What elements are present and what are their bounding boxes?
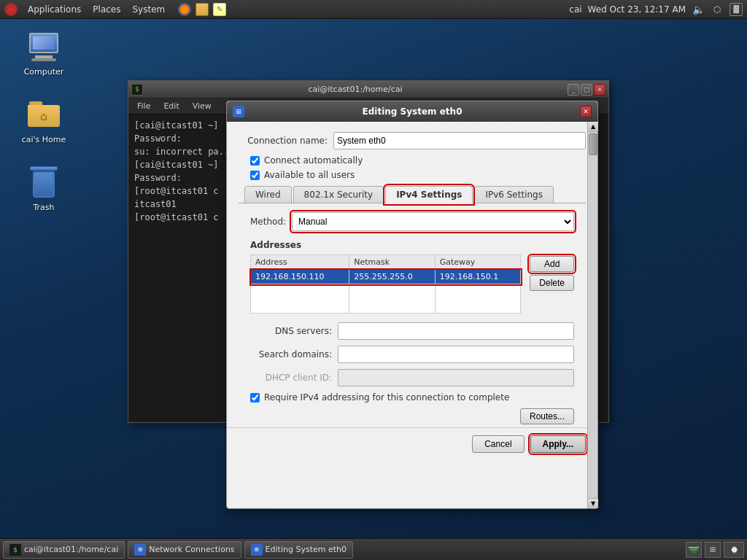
empty-td-1 bbox=[251, 284, 349, 314]
menu-places[interactable]: Places bbox=[87, 0, 126, 19]
dhcp-clientid-label: DHCP client ID: bbox=[250, 373, 338, 383]
col-gateway: Gateway bbox=[435, 255, 521, 270]
taskbar-right: ⊞ ⌚ bbox=[686, 542, 744, 558]
terminal-titlebar: $ cai@itcast01:/home/cai _ □ ✕ bbox=[128, 81, 608, 98]
terminal-controls: _ □ ✕ bbox=[568, 84, 605, 96]
dialog-close-button[interactable]: ✕ bbox=[580, 106, 592, 117]
terminal-file-menu[interactable]: File bbox=[131, 100, 156, 112]
address-row-1[interactable]: 192.168.150.110 255.255.255.0 192.168.15… bbox=[251, 270, 521, 284]
dialog-content: Connection name: Connect automatically A… bbox=[227, 122, 597, 427]
addresses-section: Addresses Address Netmask Gateway bbox=[250, 240, 574, 314]
trash-label: Trash bbox=[33, 203, 54, 212]
editing-dialog: ⊞ Editing System eth0 ✕ ▲ ▼ Connection n… bbox=[226, 101, 598, 509]
available-users-checkbox[interactable] bbox=[250, 171, 260, 180]
gnome-icon bbox=[4, 3, 18, 16]
addresses-buttons: Add Delete bbox=[530, 254, 574, 291]
search-domains-input[interactable] bbox=[338, 346, 574, 363]
dialog-scrollbar[interactable]: ▲ ▼ bbox=[587, 122, 597, 508]
tab-wired[interactable]: Wired bbox=[244, 186, 292, 203]
terminal-close-btn[interactable]: ✕ bbox=[594, 84, 605, 96]
home-label: cai's Home bbox=[22, 135, 66, 144]
tab-ipv6[interactable]: IPv6 Settings bbox=[474, 186, 554, 203]
search-domains-label: Search domains: bbox=[250, 349, 338, 359]
trash-icon-img bbox=[26, 165, 61, 200]
menu-applications[interactable]: Applications bbox=[22, 0, 87, 19]
bluetooth-icon[interactable]: ⬡ bbox=[711, 3, 724, 16]
firefox-icon[interactable] bbox=[178, 3, 191, 16]
menu-system[interactable]: System bbox=[126, 0, 171, 19]
addresses-table-section: Address Netmask Gateway 192.168.150.110 … bbox=[250, 254, 521, 314]
taskbar-extra-icon: ⊞ bbox=[705, 542, 721, 558]
addresses-header: Address Netmask Gateway bbox=[251, 255, 521, 270]
connection-name-label: Connection name: bbox=[239, 136, 333, 146]
available-users-row: Available to all users bbox=[239, 170, 586, 180]
terminal-maximize-btn[interactable]: □ bbox=[581, 84, 592, 96]
connect-auto-checkbox[interactable] bbox=[250, 156, 260, 166]
empty-td-2 bbox=[349, 284, 436, 314]
menu-system-label: System bbox=[132, 4, 165, 15]
apply-button[interactable]: Apply... bbox=[530, 435, 586, 453]
dns-servers-label: DNS servers: bbox=[250, 326, 338, 336]
dialog-icon: ⊞ bbox=[233, 106, 244, 117]
taskbar-network-label: Network Connections bbox=[149, 545, 234, 554]
ipv4-tab-content: Method: Manual Automatic (DHCP) Link-Loc… bbox=[239, 203, 586, 417]
texteditor-icon[interactable]: ✎ bbox=[213, 3, 226, 16]
address-empty-row bbox=[251, 284, 521, 314]
dhcp-clientid-input bbox=[338, 369, 574, 386]
connect-auto-row: Connect automatically bbox=[239, 155, 586, 166]
datetime-label: Wed Oct 23, 12:17 AM bbox=[588, 4, 686, 15]
trash-icon[interactable]: Trash bbox=[15, 162, 73, 215]
search-domains-row: Search domains: bbox=[250, 346, 574, 363]
connect-auto-label: Connect automatically bbox=[264, 155, 363, 166]
method-label: Method: bbox=[250, 217, 286, 227]
terminal-title-icon: $ bbox=[131, 84, 143, 96]
cancel-button[interactable]: Cancel bbox=[472, 435, 524, 453]
addresses-area: Address Netmask Gateway 192.168.150.110 … bbox=[250, 254, 574, 314]
dns-servers-input[interactable] bbox=[338, 322, 574, 340]
col-netmask: Netmask bbox=[349, 255, 436, 270]
computer-label: Computer bbox=[24, 67, 64, 77]
terminal-minimize-btn[interactable]: _ bbox=[568, 84, 579, 96]
taskbar-item-editing[interactable]: ⊞ Editing System eth0 bbox=[244, 541, 353, 559]
top-menu: Applications Places System bbox=[22, 0, 171, 19]
terminal-view-menu[interactable]: View bbox=[187, 100, 217, 112]
scroll-up-btn[interactable]: ▲ bbox=[588, 122, 598, 132]
dialog-titlebar: ⊞ Editing System eth0 ✕ bbox=[227, 101, 597, 122]
routes-button[interactable]: Routes... bbox=[520, 408, 574, 424]
home-folder-icon-img: ⌂ bbox=[26, 97, 61, 132]
volume-icon[interactable]: 🔈 bbox=[692, 3, 705, 16]
computer-icon[interactable]: Computer bbox=[15, 26, 73, 79]
filemanager-icon[interactable] bbox=[196, 3, 209, 16]
taskbar-editing-label: Editing System eth0 bbox=[266, 545, 347, 554]
computer-icon-img bbox=[26, 29, 61, 64]
col-address: Address bbox=[251, 255, 349, 270]
top-panel-left: Applications Places System ✎ bbox=[4, 0, 226, 19]
terminal-edit-menu[interactable]: Edit bbox=[158, 100, 185, 112]
require-ipv4-row: Require IPv4 addressing for this connect… bbox=[250, 392, 574, 402]
addresses-table: Address Netmask Gateway 192.168.150.110 … bbox=[250, 254, 521, 314]
connection-name-row: Connection name: bbox=[239, 132, 586, 149]
taskbar-time-icon: ⌚ bbox=[724, 542, 744, 558]
connection-name-input[interactable] bbox=[333, 132, 586, 149]
scroll-down-btn[interactable]: ▼ bbox=[588, 498, 598, 508]
delete-address-button[interactable]: Delete bbox=[530, 275, 574, 291]
home-folder-icon[interactable]: ⌂ cai's Home bbox=[15, 94, 73, 147]
username-label: cai bbox=[569, 4, 581, 15]
address-cell: 192.168.150.110 bbox=[251, 270, 349, 284]
taskbar-item-network[interactable]: ⊞ Network Connections bbox=[128, 541, 241, 559]
terminal-window-icon: $ bbox=[131, 84, 143, 96]
tab-ipv4[interactable]: IPv4 Settings bbox=[385, 186, 473, 203]
method-select[interactable]: Manual Automatic (DHCP) Link-Local Only … bbox=[292, 212, 574, 231]
add-address-button[interactable]: Add bbox=[530, 256, 574, 272]
require-ipv4-label: Require IPv4 addressing for this connect… bbox=[264, 392, 509, 402]
tab-8021x[interactable]: 802.1x Security bbox=[293, 186, 384, 203]
dialog-footer: Cancel Apply... bbox=[227, 427, 597, 460]
taskbar-terminal-icon: $ bbox=[9, 544, 21, 556]
taskbar-terminal-label: cai@itcast01:/home/cai bbox=[24, 545, 118, 554]
netmask-cell: 255.255.255.0 bbox=[349, 270, 436, 284]
require-ipv4-checkbox[interactable] bbox=[250, 393, 260, 402]
scroll-thumb[interactable] bbox=[589, 133, 597, 155]
desktop-icons-container: Computer ⌂ cai's Home Trash bbox=[15, 26, 73, 215]
menu-applications-label: Applications bbox=[28, 4, 81, 15]
taskbar-item-terminal[interactable]: $ cai@itcast01:/home/cai bbox=[3, 541, 125, 559]
